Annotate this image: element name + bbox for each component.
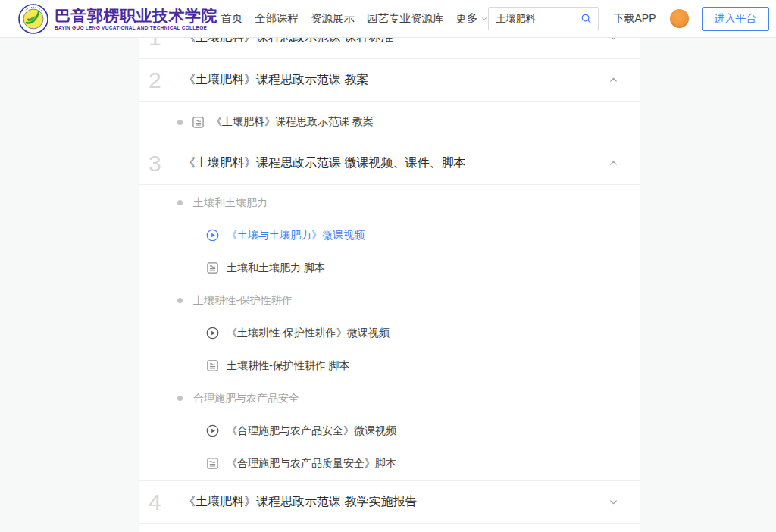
outline-section: 2《土壤肥料》课程思政示范课 教案《土壤肥料》课程思政示范课 教案 [139,59,640,142]
bullet-dot-icon [177,298,183,303]
college-logo-icon [18,4,48,34]
script-item[interactable]: 土壤耕性-保护性耕作 脚本 [139,349,640,382]
lesson-group-label-row: 土壤和土壤肥力 [139,186,640,219]
nav-item-2[interactable]: 全部课程 [255,11,299,26]
search-icon[interactable] [580,13,592,24]
nav-item-label: 全部课程 [255,11,299,26]
section-number: 4 [149,491,183,514]
script-doc-icon [206,457,219,470]
section-number: 3 [149,152,183,175]
section-body: 土壤和土壤肥力《土壤与土壤肥力》微课视频土壤和土壤肥力 脚本土壤耕性-保护性耕作… [139,185,640,481]
video-item[interactable]: 《土壤与土壤肥力》微课视频 [139,219,640,252]
script-item-label: 土壤和土壤肥力 脚本 [227,261,325,275]
bullet-dot-icon [177,120,183,125]
search-input[interactable] [489,13,580,24]
section-title: 《土壤肥料》课程思政示范课 教案 [183,72,368,88]
nav-item-label: 首页 [221,11,242,26]
script-doc-icon [192,116,205,129]
chevron-up-icon [609,158,618,168]
video-item[interactable]: 《合理施肥与农产品安全》微课视频 [139,415,640,447]
download-app-link[interactable]: 下载APP [614,12,656,26]
outline-section: 3《土壤肥料》课程思政示范课 微课视频、课件、脚本土壤和土壤肥力《土壤与土壤肥力… [139,142,640,481]
script-item[interactable]: 《合理施肥与农产品质量安全》脚本 [139,447,640,480]
nav-item-3[interactable]: 资源展示 [311,11,355,26]
nav-item-label: 园艺专业资源库 [367,11,444,26]
search-box [488,7,599,30]
script-doc-icon [206,261,219,274]
script-item-label: 土壤耕性-保护性耕作 脚本 [227,359,350,373]
course-outline-card: 1《土壤肥料》课程思政示范课 课程标准2《土壤肥料》课程思政示范课 教案《土壤肥… [139,17,640,532]
main-nav: 首页全部课程资源展示园艺专业资源库更多 [221,11,488,26]
site-header: 巴音郭楞职业技术学院 BAYIN GUO LENG VUCATIONAL AND… [0,0,776,38]
college-name-en: BAYIN GUO LENG VUCATIONAL AND TECHNICAL … [55,25,217,30]
section-header[interactable]: 2《土壤肥料》课程思政示范课 教案 [139,59,640,102]
lesson-group-label-row: 土壤耕性-保护性耕作 [139,284,640,317]
video-item-label: 《土壤与土壤肥力》微课视频 [227,229,365,243]
section-body: 《土壤肥料》课程思政示范课 教案 [139,102,640,142]
bullet-dot-icon [177,200,183,205]
college-name-block: 巴音郭楞职业技术学院 BAYIN GUO LENG VUCATIONAL AND… [55,7,217,30]
lesson-group-label: 土壤和土壤肥力 [193,196,268,210]
nav-item-4[interactable]: 园艺专业资源库 [367,11,444,26]
nav-item-label: 更多 [456,11,478,26]
section-title: 《土壤肥料》课程思政示范课 微课视频、课件、脚本 [183,155,465,171]
enter-platform-button[interactable]: 进入平台 [702,7,769,31]
video-item-label: 《合理施肥与农产品安全》微课视频 [227,424,396,438]
play-video-icon [206,424,219,437]
script-item-label: 《合理施肥与农产品质量安全》脚本 [227,457,396,471]
outline-section: 4《土壤肥料》课程思政示范课 教学实施报告 [139,481,640,524]
attachment-item[interactable]: 《土壤肥料》课程思政示范课 教案 [139,103,640,141]
section-header[interactable]: 3《土壤肥料》课程思政示范课 微课视频、课件、脚本 [139,142,640,185]
lesson-group-label: 合理施肥与农产品安全 [193,392,299,405]
script-item[interactable]: 土壤和土壤肥力 脚本 [139,252,640,284]
section-header[interactable]: 4《土壤肥料》课程思政示范课 教学实施报告 [139,481,640,524]
attachment-label: 《土壤肥料》课程思政示范课 教案 [211,115,374,129]
nav-item-1[interactable]: 首页 [221,11,242,26]
video-item-label: 《土壤耕性-保护性耕作》微课视频 [227,327,390,340]
college-name-cn: 巴音郭楞职业技术学院 [55,7,217,24]
lesson-group-label: 土壤耕性-保护性耕作 [193,294,293,308]
nav-item-5[interactable]: 更多 [456,11,488,26]
chevron-up-icon [609,75,618,85]
chevron-down-icon [480,15,488,23]
nav-item-label: 资源展示 [311,11,355,26]
section-title: 《土壤肥料》课程思政示范课 教学实施报告 [183,494,417,510]
chevron-down-icon [609,497,618,507]
script-doc-icon [206,359,219,372]
user-avatar[interactable] [670,9,689,28]
section-number: 2 [149,69,183,92]
lesson-group-label-row: 合理施肥与农产品安全 [139,382,640,415]
play-video-icon [206,229,219,242]
bullet-dot-icon [177,396,183,401]
video-item[interactable]: 《土壤耕性-保护性耕作》微课视频 [139,317,640,349]
play-video-icon [206,327,219,340]
